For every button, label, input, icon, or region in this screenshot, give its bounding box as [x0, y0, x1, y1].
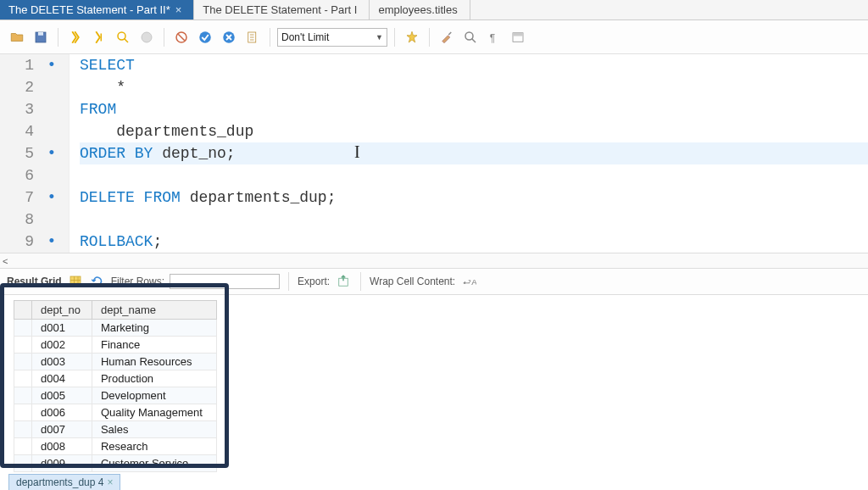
execute-current-icon[interactable]: [89, 27, 109, 47]
cell[interactable]: Marketing: [92, 320, 216, 337]
table-row[interactable]: d001Marketing: [14, 320, 217, 337]
svg-rect-12: [513, 32, 523, 36]
result-grid[interactable]: dept_nodept_named001Marketingd002Finance…: [14, 300, 217, 472]
chevron-left-icon[interactable]: <: [3, 256, 8, 266]
column-header[interactable]: dept_name: [92, 301, 216, 320]
export-icon[interactable]: [335, 273, 352, 290]
no-autocommit-icon[interactable]: [171, 27, 192, 47]
filter-rows-input[interactable]: [170, 274, 280, 289]
cell[interactable]: Human Resources: [92, 354, 216, 370]
tab-delete-part2[interactable]: The DELETE Statement - Part II* ×: [0, 0, 194, 19]
sql-editor[interactable]: 1•2345•67•89• SELECT *FROM departments_d…: [0, 54, 868, 253]
rollback-icon[interactable]: [219, 27, 239, 47]
separator: [270, 28, 270, 47]
result-toolbar: Result Grid Filter Rows: Export: Wrap Ce…: [0, 268, 868, 295]
svg-point-6: [199, 31, 211, 43]
sql-toolbar: Don't Limit ▼ ¶: [0, 20, 868, 54]
separator: [164, 28, 164, 47]
tab-label: The DELETE Statement - Part II*: [8, 3, 170, 16]
cell[interactable]: d003: [32, 354, 92, 370]
cell[interactable]: Development: [92, 387, 216, 404]
table-row[interactable]: d006Quality Management: [14, 404, 217, 421]
svg-rect-13: [70, 276, 81, 287]
svg-rect-2: [101, 33, 103, 41]
table-row[interactable]: d008Research: [14, 438, 217, 455]
column-header[interactable]: dept_no: [32, 301, 92, 320]
cell[interactable]: d002: [32, 337, 92, 354]
tab-employees-titles[interactable]: employees.titles: [370, 0, 470, 19]
close-icon[interactable]: ×: [175, 3, 182, 16]
result-tabs: departments_dup 4 ×: [8, 474, 120, 490]
toggle-panel-icon[interactable]: [508, 27, 528, 47]
tab-label: The DELETE Statement - Part I: [203, 3, 357, 16]
cell[interactable]: d001: [32, 320, 92, 337]
export-label: Export:: [298, 276, 330, 287]
cell[interactable]: Finance: [92, 337, 216, 354]
cell[interactable]: Quality Management: [92, 404, 216, 421]
grid-view-icon[interactable]: [67, 273, 84, 290]
search-icon[interactable]: [460, 27, 481, 47]
stop-icon[interactable]: [136, 27, 157, 47]
wrap-cell-label: Wrap Cell Content:: [370, 276, 455, 287]
result-grid-wrap: dept_nodept_named001Marketingd002Finance…: [0, 295, 868, 477]
table-row[interactable]: d003Human Resources: [14, 354, 217, 370]
table-row[interactable]: d004Production: [14, 370, 217, 387]
svg-text:¶: ¶: [490, 31, 495, 43]
cell[interactable]: d006: [32, 404, 92, 421]
horizontal-scrollbar[interactable]: <: [0, 253, 868, 268]
tab-label: employees.titles: [378, 3, 457, 16]
refresh-icon[interactable]: [89, 273, 106, 290]
result-tab-departments-dup[interactable]: departments_dup 4 ×: [8, 474, 120, 490]
table-row[interactable]: d002Finance: [14, 337, 217, 354]
cell[interactable]: d004: [32, 370, 92, 387]
svg-point-4: [142, 32, 152, 42]
save-script-icon[interactable]: [242, 27, 263, 47]
row-limit-label: Don't Limit: [281, 31, 329, 43]
commit-icon[interactable]: [195, 27, 215, 47]
filter-rows-label: Filter Rows:: [111, 276, 164, 287]
separator: [360, 272, 361, 291]
svg-text:⮐A: ⮐A: [463, 277, 476, 287]
tab-delete-part1[interactable]: The DELETE Statement - Part I: [194, 0, 370, 19]
line-gutter: 1•2345•67•89•: [0, 54, 70, 253]
cell[interactable]: Research: [92, 438, 216, 455]
code-area[interactable]: SELECT *FROM departments_dupORDER BY dep…: [70, 54, 868, 253]
separator: [58, 28, 58, 47]
open-file-icon[interactable]: [7, 27, 27, 47]
execute-icon[interactable]: [65, 27, 86, 47]
save-icon[interactable]: [31, 27, 51, 47]
separator: [394, 28, 395, 47]
cell[interactable]: d008: [32, 438, 92, 455]
wrap-cell-icon[interactable]: ⮐A: [460, 273, 477, 290]
brush-icon[interactable]: [437, 27, 457, 47]
svg-rect-1: [38, 32, 43, 36]
table-row[interactable]: d009Customer Service: [14, 455, 217, 472]
explain-icon[interactable]: [113, 27, 133, 47]
cell[interactable]: d009: [32, 455, 92, 472]
cell[interactable]: d007: [32, 421, 92, 438]
separator: [429, 28, 430, 47]
table-row[interactable]: d007Sales: [14, 421, 217, 438]
pilcrow-icon[interactable]: ¶: [484, 27, 504, 47]
editor-tabs: The DELETE Statement - Part II* × The DE…: [0, 0, 868, 20]
beautify-icon[interactable]: [402, 27, 422, 47]
cell[interactable]: Customer Service: [92, 455, 216, 472]
cell[interactable]: Production: [92, 370, 216, 387]
result-grid-label: Result Grid: [7, 276, 62, 287]
cell[interactable]: d005: [32, 387, 92, 404]
close-icon[interactable]: ×: [107, 476, 113, 488]
cell[interactable]: Sales: [92, 421, 216, 438]
chevron-down-icon: ▼: [376, 33, 383, 42]
result-tab-label: departments_dup 4: [16, 476, 103, 488]
row-limit-select[interactable]: Don't Limit ▼: [277, 28, 387, 47]
separator: [288, 272, 289, 291]
table-row[interactable]: d005Development: [14, 387, 217, 404]
